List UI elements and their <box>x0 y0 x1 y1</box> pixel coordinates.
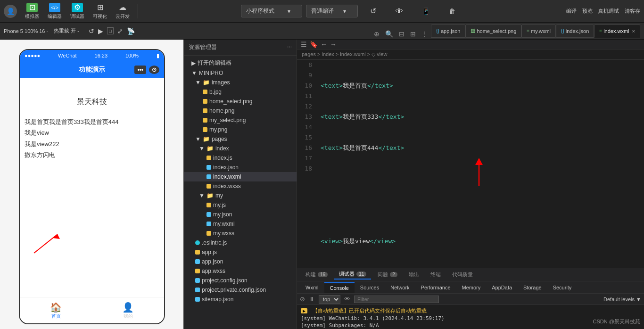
cloud-button[interactable]: ☁ 云开发 <box>114 3 131 20</box>
console-tab-wxml[interactable]: Wxml <box>300 283 324 292</box>
eye-icon[interactable]: 👁 <box>344 296 350 303</box>
miniprogram-mode-dropdown[interactable]: 小程序模式 ▾ <box>241 5 302 17</box>
file-index-wxss[interactable]: index.wxss <box>184 181 297 191</box>
tab-output[interactable]: 输出 <box>404 270 424 279</box>
phone-frame: ●●●●● WeChat 16:23 100% ▮ 功能演示 ••• ⊙ 景天科 <box>19 49 165 324</box>
console-tab-appdata[interactable]: AppData <box>486 283 518 292</box>
my-tab-label: 我的 <box>124 313 133 320</box>
tab-code-quality[interactable]: 代码质量 <box>447 270 478 279</box>
file-project-private-config[interactable]: project.private.config.json <box>184 285 297 295</box>
preview-icon[interactable]: 👁 <box>391 7 408 16</box>
file-home-png[interactable]: home.png <box>184 106 297 115</box>
my-tab-icon: 👤 <box>122 302 134 313</box>
file-index-wxml[interactable]: index.wxml <box>184 172 297 181</box>
context-selector[interactable]: top <box>319 295 340 304</box>
tab-more[interactable]: ⋮ <box>419 30 431 38</box>
file-my-wxss[interactable]: my.wxss <box>184 229 297 238</box>
clear-label: 清客存 <box>625 8 640 15</box>
folder-icon: 📁 <box>203 136 210 142</box>
console-tab-memory[interactable]: Memory <box>456 283 487 292</box>
code-line-11 <box>321 174 639 184</box>
tab-home-select-png[interactable]: 🖼 home_select.png <box>465 25 521 38</box>
debugger-button[interactable]: ⚙ 调试器 <box>69 3 86 20</box>
file-index-json[interactable]: index.json <box>184 163 297 172</box>
console-toolbar: ⊘ ⏸ top 👁 Default levels ▼ <box>297 294 644 305</box>
tab-my-wxml[interactable]: ≡ my.wxml <box>521 25 556 38</box>
minipro-folder[interactable]: ▼ MINIPRO <box>184 68 297 78</box>
editor-button[interactable]: </> 编辑器 <box>46 3 63 20</box>
clear-console-icon[interactable]: ⊘ <box>300 296 305 303</box>
file-eslintrc[interactable]: .eslintrc.js <box>184 238 297 247</box>
console-tab-network[interactable]: Network <box>385 283 415 292</box>
tab-app-json[interactable]: {} app.json <box>431 25 465 38</box>
tab-search[interactable]: 🔍 <box>382 30 396 38</box>
filter-input[interactable] <box>354 296 439 303</box>
images-folder[interactable]: ▼ 📁 images <box>184 78 297 87</box>
index-folder[interactable]: ▼ 📁 index <box>184 144 297 153</box>
phone-line-3: 我是view222 <box>25 139 159 149</box>
tab-terminal[interactable]: 终端 <box>426 270 446 279</box>
nav-menu-icon[interactable]: ••• <box>134 66 146 74</box>
file-index-js[interactable]: index.js <box>184 153 297 163</box>
bookmark-icon[interactable]: 🔖 <box>310 41 318 48</box>
nav-search-icon[interactable]: ⊙ <box>149 66 159 74</box>
file-app-wxss[interactable]: app.wxss <box>184 266 297 276</box>
pause-icon[interactable]: ⏸ <box>309 296 315 303</box>
file-my-json[interactable]: my.json <box>184 210 297 219</box>
code-content[interactable]: <text>我是首页</text> <text>我是首页333</text> <… <box>316 60 644 268</box>
tab-build[interactable]: 构建 16 <box>301 270 332 279</box>
breadcrumb-text: pages > index > index.wxml > ◇ view <box>302 51 387 58</box>
visual-button[interactable]: ⊞ 可视化 <box>91 3 108 20</box>
my-folder[interactable]: ▼ 📁 my <box>184 191 297 200</box>
network-icon[interactable]: 📡 <box>127 27 135 35</box>
tab-switch-left[interactable]: ⊕ <box>371 30 382 38</box>
file-project-config-json[interactable]: project.config.json <box>184 276 297 285</box>
tab-split[interactable]: ⊟ <box>396 30 407 38</box>
folder-chevron-icon: ▼ <box>195 79 201 86</box>
open-editors-item[interactable]: ▶ 打开的编辑器 <box>184 58 297 68</box>
clear-cache-icon[interactable]: 🗑 <box>444 8 461 15</box>
tab-debugger[interactable]: 调试器 11 <box>334 270 371 280</box>
default-levels-dropdown[interactable]: Default levels ▼ <box>603 296 641 302</box>
compile-mode-dropdown[interactable]: 普通编译 ▾ <box>306 5 358 17</box>
forward-icon[interactable]: → <box>330 41 337 48</box>
file-my-select-png[interactable]: my_select.png <box>184 115 297 125</box>
file-panel-more[interactable]: ··· <box>287 43 292 51</box>
console-tab-performance[interactable]: Performance <box>415 283 456 292</box>
device-debug-icon[interactable]: 📱 <box>417 8 434 15</box>
console-tab-sources[interactable]: Sources <box>355 283 385 292</box>
editor-panel: ☰ 🔖 ← → pages > index > index.wxml > ◇ v… <box>297 40 644 329</box>
list-icon[interactable]: ☰ <box>301 41 307 48</box>
phone-panel: ●●●●● WeChat 16:23 100% ▮ 功能演示 ••• ⊙ 景天科 <box>0 40 184 329</box>
tab-grid[interactable]: ⊞ <box>407 30 419 38</box>
stop-icon[interactable]: □ <box>107 27 114 34</box>
file-my-png[interactable]: my.png <box>184 125 297 134</box>
file-app-js[interactable]: app.js <box>184 247 297 257</box>
resize-icon[interactable]: ⤢ <box>117 27 123 35</box>
file-b-jpg[interactable]: b.jpg <box>184 87 297 97</box>
phone-tab-my[interactable]: 👤 我的 <box>92 297 164 323</box>
undo-icon[interactable]: ↺ <box>89 27 94 35</box>
console-tab-security[interactable]: Security <box>547 283 578 292</box>
file-app-json[interactable]: app.json <box>184 257 297 266</box>
file-my-js[interactable]: my.js <box>184 200 297 210</box>
pages-folder[interactable]: ▼ 📁 pages <box>184 134 297 144</box>
console-tab-storage[interactable]: Storage <box>518 283 547 292</box>
file-dot-icon <box>206 165 211 170</box>
folder-chevron-icon: ▼ <box>199 145 205 152</box>
file-home-select-png[interactable]: home_select.png <box>184 97 297 106</box>
tab-index-json[interactable]: {} index.json <box>556 25 594 38</box>
simulator-button[interactable]: ⊡ 模拟器 <box>24 3 41 20</box>
file-my-wxml[interactable]: my.wxml <box>184 219 297 229</box>
code-area[interactable]: 8 9 10 11 12 13 14 15 16 17 18 <text>我是首… <box>297 60 644 268</box>
play-icon[interactable]: ▶ <box>98 27 103 35</box>
file-sitemap-json[interactable]: sitemap.json <box>184 295 297 304</box>
console-tab-console[interactable]: Console <box>324 282 355 293</box>
refresh-button[interactable]: ↺ <box>364 7 381 16</box>
hot-reload[interactable]: 热重载 开 - <box>54 27 79 34</box>
tab-problems[interactable]: 问题 2 <box>373 270 402 279</box>
file-dot-icon <box>206 156 211 160</box>
tab-index-wxml[interactable]: ≡ index.wxml × <box>594 25 640 38</box>
back-icon[interactable]: ← <box>321 41 327 48</box>
phone-tab-home[interactable]: 🏠 首页 <box>20 297 92 323</box>
